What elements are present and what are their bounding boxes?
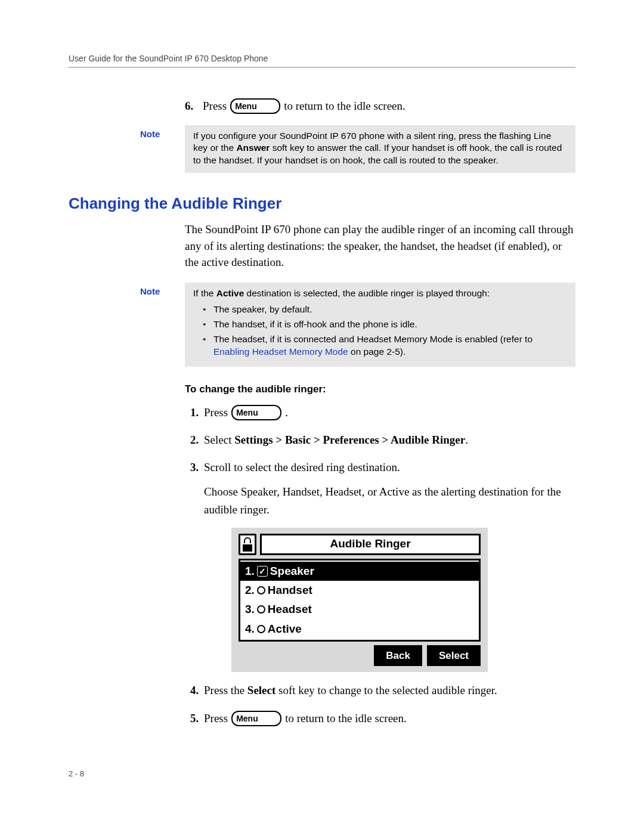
unchecked-icon bbox=[257, 625, 265, 633]
procedure-heading: To change the audible ringer: bbox=[185, 383, 575, 395]
note-label: Note bbox=[69, 283, 185, 296]
step-text: Press bbox=[204, 404, 228, 422]
step-1: Press Menu . bbox=[202, 404, 575, 422]
row-label: Speaker bbox=[270, 562, 314, 580]
row-number: 3. bbox=[245, 600, 255, 618]
section-heading: Changing the Audible Ringer bbox=[69, 194, 575, 213]
note-bullet: The handset, if it is off-hook and the p… bbox=[211, 318, 567, 331]
step-text-post: to return to the idle screen. bbox=[284, 98, 405, 114]
softkey-back: Back bbox=[374, 645, 422, 666]
note-bullet: The speaker, by default. bbox=[211, 304, 567, 316]
page-number: 2 - 8 bbox=[69, 769, 575, 778]
step-3: Scroll to select the desired ring destin… bbox=[202, 459, 575, 672]
step-text: Scroll to select the desired ring destin… bbox=[204, 461, 400, 473]
note-active-destination: Note If the Active destination is select… bbox=[69, 283, 575, 367]
step-5: Press Menu to return to the idle screen. bbox=[202, 710, 575, 727]
note-text: destination is selected, the audible rin… bbox=[244, 288, 490, 298]
note-body: If the Active destination is selected, t… bbox=[185, 283, 575, 367]
procedure-steps: Press Menu . Select Settings > Basic > P… bbox=[185, 404, 575, 727]
step-continuation: Choose Speaker, Handset, Headset, or Act… bbox=[204, 483, 575, 519]
row-label: Headset bbox=[268, 600, 312, 618]
note-body: If you configure your SoundPoint IP 670 … bbox=[185, 125, 575, 174]
step-text: . bbox=[285, 404, 288, 422]
step-text: Press bbox=[204, 710, 228, 727]
section-intro: The SoundPoint IP 670 phone can play the… bbox=[185, 221, 575, 271]
softkey-select: Select bbox=[427, 645, 481, 666]
header-rule bbox=[69, 67, 575, 68]
note-bullet: The headset, if it is connected and Head… bbox=[211, 333, 567, 358]
menu-button-icon: Menu bbox=[231, 405, 281, 420]
lcd-screenshot: Audible Ringer 1. ✓ Speaker 2. H bbox=[231, 528, 575, 673]
menu-button-icon: Menu bbox=[231, 711, 281, 726]
step-2: Select Settings > Basic > Preferences > … bbox=[202, 431, 575, 449]
previous-step-6: 6. Press Menu to return to the idle scre… bbox=[185, 98, 575, 114]
lcd-row-handset: 2. Handset bbox=[240, 581, 479, 600]
unchecked-icon bbox=[257, 605, 265, 614]
row-label: Handset bbox=[268, 581, 312, 599]
lcd-row-headset: 3. Headset bbox=[240, 600, 479, 619]
row-number: 4. bbox=[245, 620, 255, 638]
note-bold: Active bbox=[216, 288, 244, 298]
lock-icon bbox=[239, 534, 256, 555]
row-label: Active bbox=[268, 620, 302, 638]
step-number: 6. bbox=[185, 98, 199, 114]
step-4: Press the Select soft key to change to t… bbox=[202, 682, 575, 699]
lcd-row-speaker: 1. ✓ Speaker bbox=[240, 562, 479, 581]
step-text: . bbox=[465, 433, 468, 446]
note-text: The headset, if it is connected and Head… bbox=[213, 334, 532, 344]
note-bold: Answer bbox=[236, 143, 270, 153]
note-silent-ring: Note If you configure your SoundPoint IP… bbox=[69, 125, 575, 174]
step-text-pre: Press bbox=[203, 98, 227, 114]
step-bold: Select bbox=[247, 684, 275, 696]
note-label: Note bbox=[69, 125, 185, 139]
running-header: User Guide for the SoundPoint IP 670 Des… bbox=[69, 54, 575, 63]
step-text: Select bbox=[204, 433, 234, 446]
menu-button-icon: Menu bbox=[230, 98, 280, 114]
row-number: 2. bbox=[245, 581, 255, 599]
lcd-list: 1. ✓ Speaker 2. Handset 3. bbox=[239, 559, 481, 642]
step-bold: Settings > Basic > Preferences > Audible… bbox=[234, 433, 465, 446]
lcd-row-active: 4. Active bbox=[240, 620, 479, 639]
unchecked-icon bbox=[257, 586, 265, 594]
step-text: soft key to change to the selected audib… bbox=[275, 684, 497, 696]
row-number: 1. bbox=[245, 562, 255, 580]
headset-memory-link[interactable]: Enabling Headset Memory Mode bbox=[213, 346, 348, 357]
note-text: on page 2-5). bbox=[348, 346, 406, 357]
checked-icon: ✓ bbox=[257, 566, 268, 577]
step-text: Press the bbox=[204, 684, 247, 696]
note-text: If the bbox=[193, 288, 216, 298]
lcd-title: Audible Ringer bbox=[260, 534, 481, 555]
step-text: to return to the idle screen. bbox=[285, 710, 407, 727]
